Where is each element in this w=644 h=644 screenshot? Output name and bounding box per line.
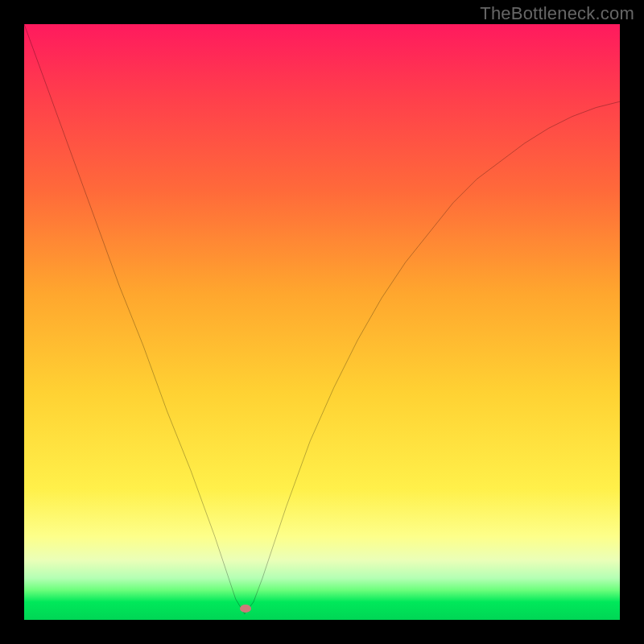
bottleneck-curve (24, 24, 620, 620)
watermark-text: TheBottleneck.com (480, 3, 634, 24)
chart-frame: TheBottleneck.com (0, 0, 644, 644)
minimum-marker (240, 605, 251, 613)
plot-area (24, 24, 620, 620)
curve-path (24, 24, 620, 614)
